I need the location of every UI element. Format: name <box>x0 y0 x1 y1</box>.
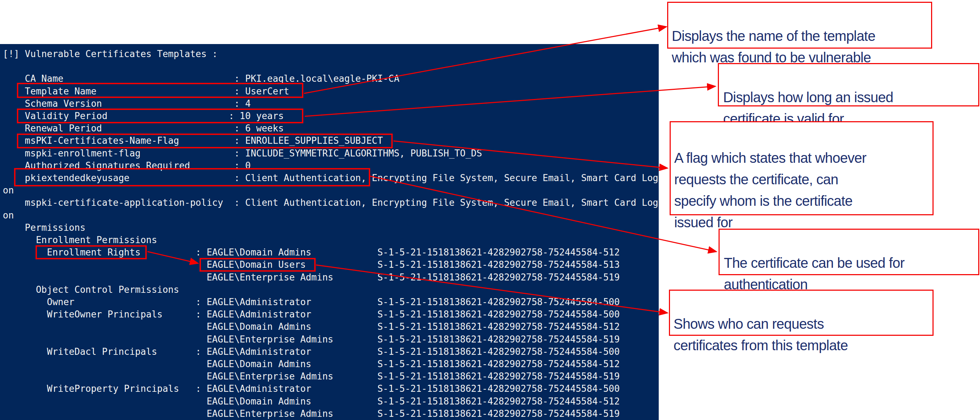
callout-enrollment-rights: Shows who can requests certificates from… <box>669 290 934 336</box>
terminal-line: Owner : EAGLE\Administrator S-1-5-21-151… <box>3 296 659 308</box>
callout-eku-authentication-text: The certificate can be used for authenti… <box>724 255 904 292</box>
terminal-line: EAGLE\Domain Users S-1-5-21-1518138621-4… <box>3 259 659 271</box>
terminal-line: EAGLE\Enterprise Admins S-1-5-21-1518138… <box>3 370 659 383</box>
callout-name-flag-text: A flag which states that whoever request… <box>674 150 866 230</box>
highlight-box-pkiextendedkeyusage <box>14 168 370 187</box>
terminal-line: on <box>3 209 659 222</box>
terminal-line: mspki-certificate-application-policy : C… <box>3 196 659 209</box>
terminal-line: WriteProperty Principals : EAGLE\Adminis… <box>3 383 659 395</box>
terminal-line: Schema Version : 4 <box>3 97 659 110</box>
highlight-box-name-flag <box>17 134 393 149</box>
terminal-line: EAGLE\Domain Admins S-1-5-21-1518138621-… <box>3 395 659 408</box>
terminal-line: mspki-enrollment-flag : INCLUDE_SYMMETRI… <box>3 147 659 160</box>
callout-template-name-text: Displays the name of the template which … <box>672 28 875 65</box>
callout-validity-period: Displays how long an issued certificate … <box>718 63 979 106</box>
terminal-line: Enrollment Permissions <box>3 234 659 246</box>
terminal-line: WriteOwner Principals : EAGLE\Administra… <box>3 308 659 321</box>
highlight-box-validity-period <box>17 109 303 123</box>
terminal-line: Permissions <box>3 222 659 234</box>
annotated-console-screenshot: [!] Vulnerable Certificates Templates : … <box>0 0 980 420</box>
terminal-line: WriteDacl Principals : EAGLE\Administrat… <box>3 346 659 358</box>
terminal-line: Renewal Period : 6 weeks <box>3 122 659 134</box>
terminal-line: [!] Vulnerable Certificates Templates : <box>3 48 659 60</box>
highlight-box-enrollment-rights <box>35 245 147 259</box>
terminal-line: EAGLE\Enterprise Admins S-1-5-21-1518138… <box>3 408 659 420</box>
terminal-output: [!] Vulnerable Certificates Templates : … <box>3 48 659 420</box>
highlight-box-template-name <box>17 83 303 98</box>
callout-eku-authentication: The certificate can be used for authenti… <box>719 229 979 275</box>
highlight-box-domain-users <box>199 258 316 271</box>
callout-template-name: Displays the name of the template which … <box>667 2 932 49</box>
terminal-line <box>3 60 659 73</box>
terminal-line: EAGLE\Domain Admins S-1-5-21-1518138621-… <box>3 358 659 370</box>
terminal-line: EAGLE\Enterprise Admins S-1-5-21-1518138… <box>3 271 659 284</box>
callout-enrollment-rights-text: Shows who can requests certificates from… <box>673 316 848 353</box>
terminal-line: Object Control Permissions <box>3 284 659 296</box>
powershell-terminal[interactable]: [!] Vulnerable Certificates Templates : … <box>0 44 659 420</box>
terminal-line: EAGLE\Domain Admins S-1-5-21-1518138621-… <box>3 321 659 333</box>
callout-name-flag: A flag which states that whoever request… <box>670 121 934 215</box>
terminal-line: EAGLE\Enterprise Admins S-1-5-21-1518138… <box>3 333 659 346</box>
